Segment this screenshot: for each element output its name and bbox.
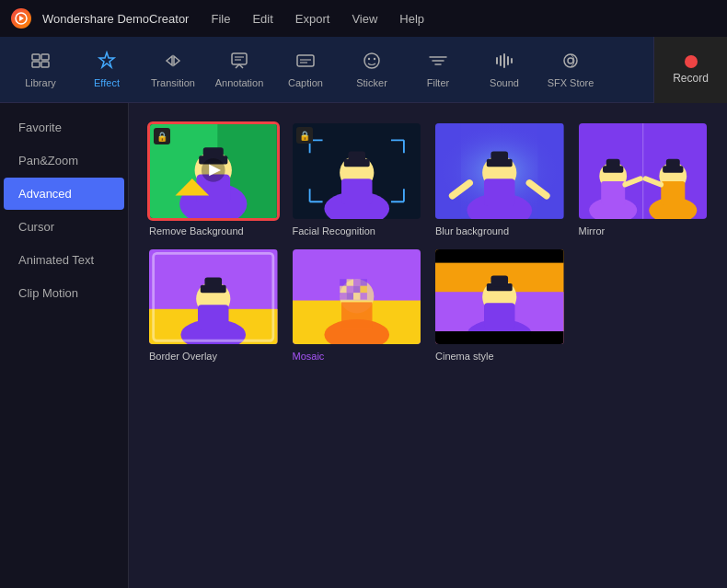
effects-content: 🔒 xyxy=(129,103,727,588)
svg-rect-60 xyxy=(665,159,679,169)
svg-rect-66 xyxy=(198,305,228,330)
sidebar-item-panzoom[interactable]: Pan&Zoom xyxy=(4,144,124,177)
svg-point-20 xyxy=(568,58,573,63)
toolbar-caption[interactable]: Caption xyxy=(272,40,339,99)
svg-rect-95 xyxy=(435,331,564,345)
svg-rect-53 xyxy=(606,159,619,169)
record-label: Record xyxy=(673,72,709,85)
effect-label-remove-bg: Remove Background xyxy=(147,225,280,236)
main-layout: Favorite Pan&Zoom Advanced Cursor Animat… xyxy=(0,103,727,588)
svg-point-11 xyxy=(364,53,379,68)
effect-label-mosaic: Mosaic xyxy=(291,351,423,362)
toolbar-sticker[interactable]: Sticker xyxy=(339,40,405,99)
svg-rect-76 xyxy=(346,279,352,285)
sidebar-item-favorite[interactable]: Favorite xyxy=(4,111,124,144)
filter-icon xyxy=(428,51,448,74)
effect-mirror[interactable]: Mirror xyxy=(577,121,710,236)
svg-rect-2 xyxy=(41,54,49,60)
library-icon xyxy=(30,51,51,74)
effect-border[interactable]: Border Overlay xyxy=(147,248,280,363)
app-name: Wondershare DemoCreator xyxy=(42,12,189,26)
effect-icon xyxy=(97,51,117,74)
title-bar: Wondershare DemoCreator File Edit Export… xyxy=(0,0,727,37)
menu-file[interactable]: File xyxy=(207,10,234,28)
sidebar-item-clip-motion[interactable]: Clip Motion xyxy=(4,277,124,309)
toolbar-library-label: Library xyxy=(25,77,56,88)
toolbar-sound-label: Sound xyxy=(490,77,519,88)
sidebar: Favorite Pan&Zoom Advanced Cursor Animat… xyxy=(0,103,129,588)
sfx-icon xyxy=(560,51,581,74)
effect-mosaic[interactable]: Mosaic xyxy=(291,248,423,363)
menu-edit[interactable]: Edit xyxy=(248,10,276,28)
sidebar-item-cursor[interactable]: Cursor xyxy=(4,211,124,243)
sound-icon xyxy=(494,51,514,74)
svg-rect-85 xyxy=(353,293,360,299)
svg-rect-45 xyxy=(538,123,564,219)
svg-rect-77 xyxy=(353,279,360,285)
toolbar-annotation[interactable]: Annotation xyxy=(206,40,272,99)
svg-rect-36 xyxy=(348,151,365,163)
record-dot xyxy=(685,55,698,68)
effect-facial[interactable]: 🔒 xyxy=(291,121,423,236)
toolbar-transition[interactable]: Transition xyxy=(140,40,206,99)
toolbar-filter-label: Filter xyxy=(427,77,449,88)
effect-label-mirror: Mirror xyxy=(577,225,710,236)
toolbar-library[interactable]: Library xyxy=(7,40,74,99)
effect-label-facial: Facial Recognition xyxy=(291,225,423,236)
lock-icon-facial: 🔒 xyxy=(296,127,313,144)
toolbar-caption-label: Caption xyxy=(288,77,323,88)
effect-thumbnail-facial: 🔒 xyxy=(291,121,423,221)
toolbar-filter[interactable]: Filter xyxy=(405,40,471,99)
toolbar-sfx[interactable]: SFX Store xyxy=(537,40,604,99)
effect-cinema[interactable]: Cinema style xyxy=(433,248,566,363)
svg-rect-79 xyxy=(340,285,346,292)
svg-rect-80 xyxy=(346,285,352,292)
svg-rect-86 xyxy=(360,293,366,299)
svg-rect-44 xyxy=(435,123,461,219)
menu-view[interactable]: View xyxy=(348,10,381,28)
svg-rect-74 xyxy=(341,302,372,328)
sidebar-item-animated-text[interactable]: Animated Text xyxy=(4,244,124,276)
svg-rect-43 xyxy=(490,151,508,163)
svg-rect-3 xyxy=(32,62,40,67)
toolbar-transition-label: Transition xyxy=(151,77,195,88)
svg-rect-1 xyxy=(32,54,40,60)
svg-rect-34 xyxy=(341,179,372,204)
svg-rect-58 xyxy=(661,181,685,205)
svg-rect-83 xyxy=(340,293,346,299)
sidebar-item-advanced[interactable]: Advanced xyxy=(4,178,124,210)
effect-thumbnail-mirror xyxy=(577,121,710,221)
effect-label-border: Border Overlay xyxy=(147,351,280,362)
svg-rect-93 xyxy=(490,275,508,286)
svg-rect-84 xyxy=(346,293,352,299)
record-button[interactable]: Record xyxy=(653,37,727,103)
toolbar-effect[interactable]: Effect xyxy=(74,40,140,99)
transition-icon xyxy=(163,51,183,74)
lock-icon: 🔒 xyxy=(154,128,170,144)
toolbar-sfx-label: SFX Store xyxy=(548,77,594,88)
sticker-icon xyxy=(362,51,382,74)
toolbar-effect-label: Effect xyxy=(94,77,120,88)
svg-rect-51 xyxy=(601,181,625,205)
svg-rect-68 xyxy=(204,277,222,289)
svg-rect-91 xyxy=(484,303,514,329)
app-logo xyxy=(11,8,31,29)
svg-rect-78 xyxy=(360,279,366,285)
menu-help[interactable]: Help xyxy=(396,10,428,28)
toolbar: Library Effect Transition Annota xyxy=(0,37,727,103)
menu-export[interactable]: Export xyxy=(292,10,334,28)
svg-point-19 xyxy=(564,54,577,67)
svg-rect-81 xyxy=(353,285,360,292)
toolbar-sound[interactable]: Sound xyxy=(471,40,537,99)
svg-rect-41 xyxy=(484,179,514,206)
toolbar-annotation-label: Annotation xyxy=(215,77,264,88)
effect-thumbnail-mosaic xyxy=(291,248,423,347)
effect-label-blur: Blur background xyxy=(433,225,566,236)
svg-rect-5 xyxy=(232,53,247,64)
effect-thumbnail-cinema xyxy=(433,248,566,347)
effect-thumbnail-border xyxy=(147,248,280,347)
effect-remove-bg[interactable]: 🔒 xyxy=(147,121,280,236)
effect-thumbnail-blur xyxy=(433,121,566,221)
svg-rect-75 xyxy=(340,279,346,285)
effect-blur-bg[interactable]: Blur background xyxy=(433,121,566,236)
